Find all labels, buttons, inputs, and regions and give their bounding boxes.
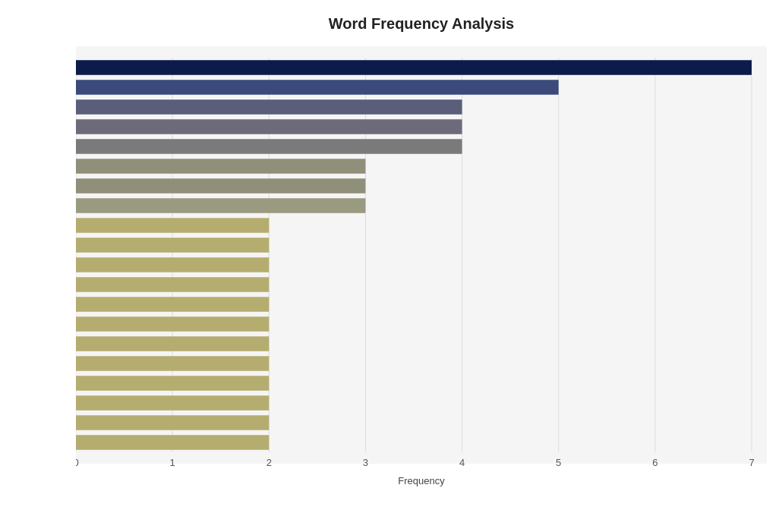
- svg-rect-22: [76, 119, 462, 134]
- svg-rect-42: [76, 316, 269, 332]
- svg-rect-30: [76, 198, 365, 213]
- svg-text:4: 4: [459, 457, 465, 468]
- svg-text:7: 7: [749, 457, 754, 468]
- svg-rect-36: [76, 257, 269, 272]
- svg-text:2: 2: [266, 457, 272, 468]
- svg-rect-34: [76, 238, 269, 253]
- svg-rect-18: [76, 80, 559, 95]
- svg-rect-26: [76, 159, 365, 174]
- svg-text:5: 5: [556, 457, 561, 468]
- x-axis-label: Frequency: [76, 475, 767, 486]
- svg-rect-52: [76, 415, 269, 430]
- svg-rect-50: [76, 395, 269, 411]
- svg-rect-54: [76, 435, 269, 450]
- svg-rect-40: [76, 297, 269, 312]
- chart-container: Word Frequency Analysis 01234567security…: [0, 0, 782, 532]
- svg-text:0: 0: [76, 457, 79, 468]
- svg-rect-44: [76, 336, 269, 351]
- svg-rect-20: [76, 99, 462, 115]
- svg-text:1: 1: [170, 457, 175, 468]
- svg-text:3: 3: [363, 457, 368, 468]
- svg-rect-16: [76, 60, 752, 75]
- svg-rect-32: [76, 218, 269, 233]
- svg-rect-38: [76, 277, 269, 292]
- svg-rect-46: [76, 356, 269, 371]
- chart-area: 01234567securitymicrosofttoolcompanyopen…: [76, 46, 767, 486]
- svg-text:6: 6: [652, 457, 657, 468]
- chart-svg: 01234567securitymicrosofttoolcompanyopen…: [76, 46, 767, 486]
- svg-rect-48: [76, 376, 269, 391]
- chart-title: Word Frequency Analysis: [76, 15, 767, 33]
- svg-rect-24: [76, 139, 462, 154]
- svg-rect-28: [76, 178, 365, 194]
